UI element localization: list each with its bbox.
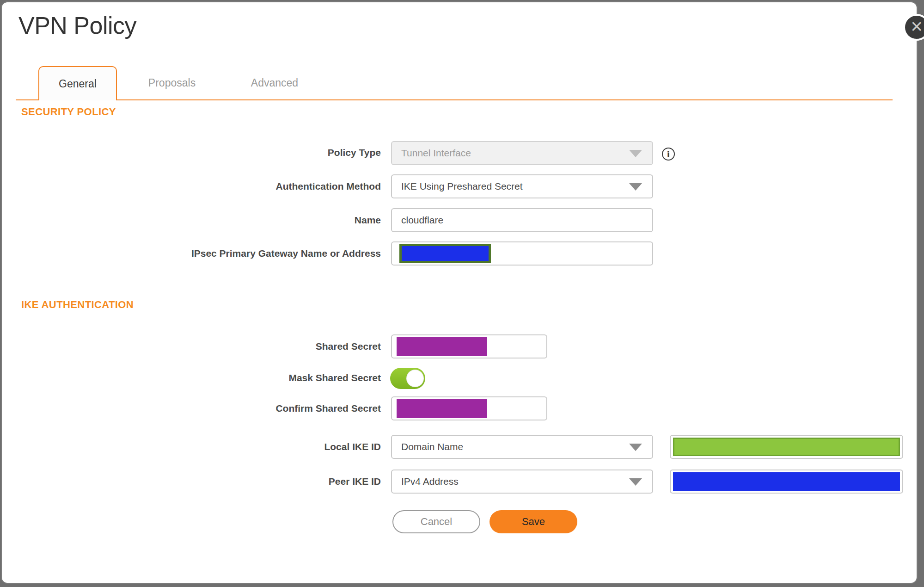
tab-general-label: General [59,78,97,90]
tab-general[interactable]: General [38,66,117,100]
policy-type-value: Tunnel Interface [401,148,471,159]
redacted-local-ike-id [673,438,900,456]
redacted-confirm-shared-secret [397,399,487,418]
peer-ike-id-label: Peer IKE ID [2,476,381,487]
chevron-down-icon [629,444,642,451]
policy-type-dropdown[interactable]: Tunnel Interface [391,141,653,165]
toggle-knob [406,370,424,387]
chevron-down-icon [629,478,642,486]
tab-advanced-label: Advanced [251,77,298,89]
policy-type-label: Policy Type [2,147,381,158]
save-button-label: Save [522,516,545,528]
name-label: Name [2,215,381,226]
confirm-shared-secret-label: Confirm Shared Secret [2,403,381,414]
cancel-button-label: Cancel [421,516,452,528]
chevron-down-icon [629,183,642,191]
gateway-label: IPsec Primary Gateway Name or Address [2,248,381,259]
tab-advanced[interactable]: Advanced [235,66,314,99]
local-ike-id-dropdown[interactable]: Domain Name [391,435,653,459]
vpn-policy-dialog: VPN Policy General Proposals Advanced SE… [1,1,918,584]
mask-shared-secret-toggle[interactable] [390,368,425,389]
peer-ike-id-value: IPv4 Address [401,476,459,487]
ike-authentication-heading: IKE AUTHENTICATION [21,299,134,311]
auth-method-label: Authentication Method [2,181,381,192]
page-title: VPN Policy [18,12,136,39]
redacted-gateway-address [399,244,491,263]
tab-proposals-label: Proposals [148,77,196,89]
auth-method-value: IKE Using Preshared Secret [401,181,523,192]
auth-method-dropdown[interactable]: IKE Using Preshared Secret [391,174,653,198]
tab-proposals[interactable]: Proposals [133,66,211,99]
cancel-button[interactable]: Cancel [392,510,480,533]
redacted-peer-ike-id [673,472,900,491]
tab-underline [16,99,893,100]
security-policy-heading: SECURITY POLICY [21,106,116,118]
name-input[interactable] [391,208,653,232]
info-icon[interactable]: i [662,148,675,161]
local-ike-id-value: Domain Name [401,441,463,452]
redacted-shared-secret [397,337,487,356]
chevron-down-icon [629,150,642,157]
shared-secret-label: Shared Secret [2,341,381,352]
local-ike-id-label: Local IKE ID [2,441,381,452]
save-button[interactable]: Save [490,510,577,533]
mask-shared-secret-label: Mask Shared Secret [2,372,381,383]
peer-ike-id-dropdown[interactable]: IPv4 Address [391,470,653,494]
